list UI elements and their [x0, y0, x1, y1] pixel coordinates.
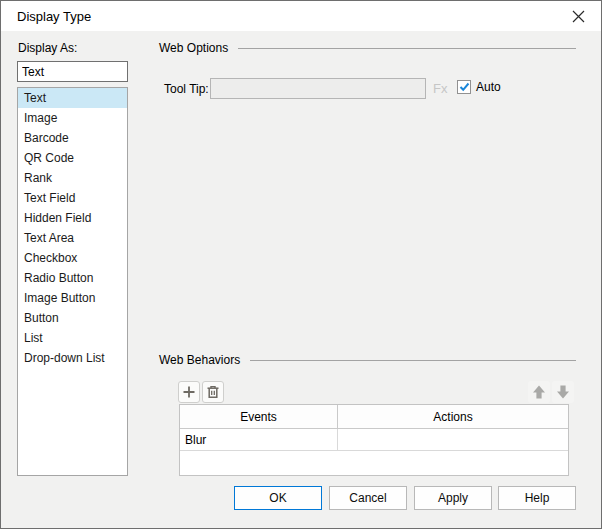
tooltip-label: Tool Tip:	[164, 82, 209, 96]
move-down-button	[552, 381, 574, 403]
list-item-barcode[interactable]: Barcode	[18, 128, 127, 148]
list-item-image[interactable]: Image	[18, 108, 127, 128]
table-header-actions: Actions	[338, 405, 568, 429]
close-button[interactable]	[556, 1, 601, 31]
table-header-row: Events Actions	[180, 405, 568, 429]
up-arrow-icon	[531, 384, 547, 400]
web-behaviors-title: Web Behaviors	[159, 353, 240, 367]
list-item-image-button[interactable]: Image Button	[18, 288, 127, 308]
fx-button: Fx	[433, 81, 447, 96]
list-item-checkbox[interactable]: Checkbox	[18, 248, 127, 268]
table-row[interactable]: Blur	[180, 429, 568, 451]
list-item-qr-code[interactable]: QR Code	[18, 148, 127, 168]
web-behaviors-section-header: Web Behaviors	[159, 353, 576, 367]
display-as-input[interactable]	[17, 61, 128, 82]
title-bar: Display Type	[1, 1, 601, 31]
list-item-text-area[interactable]: Text Area	[18, 228, 127, 248]
list-item-radio-button[interactable]: Radio Button	[18, 268, 127, 288]
close-icon	[572, 10, 585, 23]
down-arrow-icon	[555, 384, 571, 400]
section-divider	[238, 48, 576, 49]
list-item-button[interactable]: Button	[18, 308, 127, 328]
web-options-title: Web Options	[159, 41, 228, 55]
display-as-label: Display As:	[18, 41, 77, 55]
auto-label: Auto	[476, 80, 501, 94]
add-behavior-button[interactable]	[178, 381, 200, 403]
list-item-text[interactable]: Text	[18, 88, 127, 108]
list-item-list[interactable]: List	[18, 328, 127, 348]
action-cell[interactable]	[338, 429, 568, 451]
cancel-button[interactable]: Cancel	[329, 486, 407, 510]
table-header-events: Events	[180, 405, 338, 429]
auto-checkbox[interactable]: Auto	[457, 80, 501, 94]
display-type-list: Text Image Barcode QR Code Rank Text Fie…	[17, 87, 128, 476]
plus-icon	[182, 385, 196, 399]
list-item-hidden-field[interactable]: Hidden Field	[18, 208, 127, 228]
check-icon	[459, 82, 470, 92]
table-empty-area	[180, 451, 568, 475]
help-button[interactable]: Help	[498, 486, 576, 510]
move-up-button	[528, 381, 550, 403]
apply-button[interactable]: Apply	[414, 486, 492, 510]
trash-icon	[206, 385, 220, 399]
tooltip-input	[210, 78, 426, 99]
ok-button[interactable]: OK	[234, 486, 322, 510]
auto-checkbox-box[interactable]	[457, 80, 471, 94]
list-item-text-field[interactable]: Text Field	[18, 188, 127, 208]
delete-behavior-button[interactable]	[202, 381, 224, 403]
window-title: Display Type	[17, 9, 91, 24]
web-options-section-header: Web Options	[159, 41, 576, 55]
behaviors-table: Events Actions Blur	[179, 404, 569, 476]
event-cell[interactable]: Blur	[180, 429, 338, 451]
display-type-dialog: Display Type Display As: Text Image Barc…	[0, 0, 602, 529]
list-item-rank[interactable]: Rank	[18, 168, 127, 188]
section-divider	[250, 360, 576, 361]
list-item-drop-down-list[interactable]: Drop-down List	[18, 348, 127, 368]
